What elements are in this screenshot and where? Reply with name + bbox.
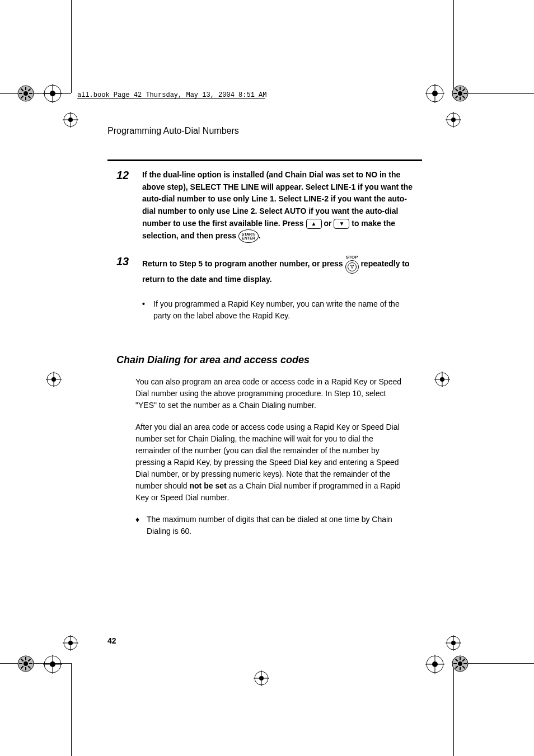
registration-mark-icon	[425, 84, 444, 103]
chain-dialing-heading: Chain Dialing for area and access codes	[116, 354, 413, 366]
registration-mark-icon	[63, 112, 78, 128]
step-12: 12 If the dual-line option is installed …	[116, 169, 413, 243]
section-title: Programming Auto-Dial Numbers	[107, 126, 239, 136]
step-13: 13 Return to Step 5 to program another n…	[116, 255, 413, 286]
section-rule	[107, 159, 422, 161]
registration-mark-icon	[43, 655, 62, 674]
registration-mark-icon	[425, 655, 444, 674]
page-number: 42	[107, 636, 116, 645]
svg-point-45	[24, 91, 28, 96]
svg-point-51	[458, 661, 462, 666]
corner-gear-icon	[451, 84, 469, 102]
registration-mark-icon	[63, 635, 78, 651]
down-arrow-key-icon	[334, 219, 349, 229]
registration-mark-icon	[446, 112, 461, 128]
step-13-sub-text: If you programmed a Rapid Key number, yo…	[153, 298, 413, 322]
step-12-body: If the dual-line option is installed (an…	[142, 169, 413, 243]
step-13-body: Return to Step 5 to program another numb…	[142, 255, 413, 286]
para2-bold: not be set	[190, 481, 227, 490]
corner-gear-icon	[17, 655, 35, 673]
book-header-text: all.book Page 42 Thursday, May 13, 2004 …	[77, 91, 266, 99]
chain-dialing-para-1: You can also program an area code or acc…	[135, 376, 409, 411]
step-number: 13	[116, 255, 142, 267]
chain-dialing-bullet-text: The maximum number of digits that can be…	[147, 514, 409, 537]
registration-mark-icon	[254, 670, 269, 686]
step-13-sub-bullet: • If you programmed a Rapid Key number, …	[142, 298, 413, 322]
para2-a: After you dial an area code or access co…	[135, 422, 400, 490]
registration-mark-icon	[434, 372, 450, 387]
svg-point-47	[458, 91, 462, 96]
registration-mark-icon	[446, 635, 461, 651]
step-13-text-a: Return to Step 5 to program another numb…	[142, 260, 345, 269]
registration-mark-icon	[43, 84, 62, 103]
bullet-diamond-icon: ♦	[135, 514, 147, 537]
up-arrow-key-icon	[306, 219, 322, 229]
book-header: all.book Page 42 Thursday, May 13, 2004 …	[77, 91, 273, 99]
registration-mark-icon	[46, 372, 62, 387]
step-number: 12	[116, 169, 142, 181]
chain-dialing-para-2: After you dial an area code or access co…	[135, 421, 409, 504]
start-enter-key-icon: START/ENTER	[238, 229, 259, 243]
corner-gear-icon	[451, 655, 469, 673]
bullet-dot-icon: •	[142, 298, 153, 322]
stop-key-icon: STOP ▽	[345, 255, 359, 274]
step-12-period: .	[259, 231, 261, 240]
step-12-or: or	[324, 219, 334, 228]
corner-gear-icon	[17, 84, 35, 102]
chain-dialing-bullet: ♦ The maximum number of digits that can …	[135, 514, 409, 537]
svg-point-49	[24, 661, 28, 666]
